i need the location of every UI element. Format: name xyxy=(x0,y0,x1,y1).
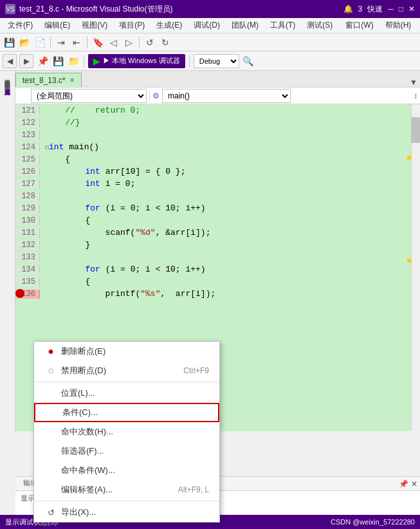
ctx-sep2 xyxy=(34,501,219,501)
scope-select[interactable]: (全局范围) xyxy=(31,89,147,103)
panel-close-btn[interactable]: ✕ xyxy=(411,479,417,488)
save2-btn[interactable]: 💾 xyxy=(51,55,64,68)
marker-track xyxy=(407,104,411,431)
title-bar-right: 🔔 3 快速 ─ □ ✕ xyxy=(343,4,415,15)
run-button[interactable]: ▶ ▶ 本地 Windows 调试器 xyxy=(88,54,185,68)
window-title: test_21_8.c - Microsoft Visual Studio(管理… xyxy=(19,4,173,15)
ctx-filter[interactable]: 筛选器(F)... xyxy=(34,441,219,461)
toolbar-undo-btn[interactable]: ↺ xyxy=(143,36,156,49)
ctx-disable-bp-shortcut: Ctrl+F9 xyxy=(183,366,209,375)
pin-btn[interactable]: 📌 xyxy=(36,55,49,68)
nav-back-btn[interactable]: ◀ xyxy=(3,54,17,68)
file-btn[interactable]: 📁 xyxy=(67,55,80,68)
close-btn[interactable]: ✕ xyxy=(408,5,415,14)
toolbar-nav-prev-btn[interactable]: ◁ xyxy=(107,36,120,49)
func-icon: ⚙ xyxy=(152,91,160,100)
vs-icon: VS xyxy=(5,4,15,14)
menu-file[interactable]: 文件(F) xyxy=(3,19,38,32)
toolbar-indent-btn[interactable]: ⇥ xyxy=(55,36,68,49)
notification-icon[interactable]: 🔔 xyxy=(343,5,353,14)
menu-project[interactable]: 项目(P) xyxy=(114,19,150,32)
tab-close-btn[interactable]: ✕ xyxy=(69,77,75,84)
yellow-marker-1 xyxy=(407,156,411,160)
minimize-btn[interactable]: ─ xyxy=(388,5,394,14)
active-tab[interactable]: test_8_13.c* ✕ xyxy=(15,73,82,87)
code-line-130: 130 { xyxy=(15,214,420,227)
toolbar-redo-btn[interactable]: ↻ xyxy=(159,36,172,49)
status-right: CSDN @weixin_57222280 xyxy=(331,518,415,526)
quick-btn[interactable]: 快速 xyxy=(367,4,383,15)
line-content-131: scanf("%d", &arr[i]); xyxy=(40,228,420,237)
toolbar-nav-next-btn[interactable]: ▷ xyxy=(122,36,135,49)
line-num-133: 133 xyxy=(15,253,40,262)
ctx-hit-condition-left: 命中条件(W)... xyxy=(44,464,115,477)
toolbar1: 💾 📂 📄 ⇥ ⇤ 🔖 ◁ ▷ ↺ ↻ xyxy=(0,33,420,51)
menu-test[interactable]: 测试(S) xyxy=(302,19,338,32)
line-num-124: 124 xyxy=(15,143,40,152)
menu-tools[interactable]: 工具(T) xyxy=(265,19,300,32)
condition-icon xyxy=(46,406,59,419)
line-content-129: for (i = 0; i < 10; i++) xyxy=(40,203,420,213)
restore-btn[interactable]: □ xyxy=(399,5,403,14)
nav-fwd-btn[interactable]: ▶ xyxy=(19,54,33,68)
code-line-124: 124 ⊟int main() xyxy=(15,141,420,153)
code-line-122: 122 //} xyxy=(15,116,420,129)
line-content-126: int arr[10] = { 0 }; xyxy=(40,167,420,176)
ctx-condition-left: 条件(C)... xyxy=(46,406,98,419)
line-content-132: } xyxy=(40,240,420,250)
toolbar-open-btn[interactable]: 📂 xyxy=(18,36,31,49)
menu-view[interactable]: 视图(V) xyxy=(77,19,113,32)
tab-bar: test_8_13.c* ✕ ▼ xyxy=(15,71,420,88)
ctx-edit-label-shortcut: Alt+F9, L xyxy=(178,485,209,494)
ctx-delete-breakpoint[interactable]: ● 删除断点(E) xyxy=(34,342,219,361)
ctx-filter-label: 筛选器(F)... xyxy=(61,445,104,457)
left-sidebar: 解决方案 团队资源管理器 类视图 属性 工具箱 xyxy=(0,71,15,431)
ctx-export-left: ↺ 导出(X)... xyxy=(44,506,96,519)
line-content-125: { xyxy=(40,154,420,164)
line-num-122: 122 xyxy=(15,118,40,127)
toolbar-bookmark-btn[interactable]: 🔖 xyxy=(91,36,104,49)
code-line-131: 131 scanf("%d", &arr[i]); xyxy=(15,227,420,239)
debug-mode-select[interactable]: Debug Release xyxy=(194,54,239,68)
sidebar-tools[interactable]: 工具箱 xyxy=(2,84,13,86)
menu-help[interactable]: 帮助(H) xyxy=(380,19,417,32)
ctx-hit-condition[interactable]: 命中条件(W)... xyxy=(34,461,219,480)
toolbar-save-btn[interactable]: 💾 xyxy=(3,36,15,49)
ctx-condition-label: 条件(C)... xyxy=(62,407,98,418)
toolbar-new-btn[interactable]: 📄 xyxy=(33,36,46,49)
tab-options-btn[interactable]: ▼ xyxy=(410,78,420,87)
scrollbar-thumb[interactable] xyxy=(411,117,420,143)
editor-scrollbar[interactable] xyxy=(411,104,420,431)
toolbar-sep1 xyxy=(50,37,51,48)
ctx-location[interactable]: 位置(L)... xyxy=(34,384,219,403)
ctx-disable-bp-left: ○ 禁用断点(D) xyxy=(44,364,106,377)
ctx-edit-label[interactable]: 编辑标签(A)... Alt+F9, L xyxy=(34,480,219,499)
menu-window[interactable]: 窗口(W) xyxy=(340,19,378,32)
ctx-edit-label-label: 编辑标签(A)... xyxy=(61,484,113,496)
menu-build[interactable]: 生成(E) xyxy=(151,19,187,32)
ctx-export-label: 导出(X)... xyxy=(61,506,96,518)
search-btn[interactable]: 🔍 xyxy=(242,55,255,68)
menu-team[interactable]: 团队(M) xyxy=(226,19,264,32)
toolbar-outdent-btn[interactable]: ⇤ xyxy=(70,36,83,49)
panel-pin-btn[interactable]: 📌 xyxy=(399,479,408,488)
code-line-136: 136 printf("%s", arr[i]); xyxy=(15,288,420,300)
ctx-export[interactable]: ↺ 导出(X)... xyxy=(34,503,219,522)
toolbar-sep2 xyxy=(87,37,87,48)
ctx-delete-bp-left: ● 删除断点(E) xyxy=(44,345,105,358)
scope-right-arrow[interactable]: ↕ xyxy=(414,91,417,100)
line-content-135: { xyxy=(40,277,420,286)
code-line-129: 129 for (i = 0; i < 10; i++) xyxy=(15,202,420,214)
ctx-hit-count[interactable]: 命中次数(H)... xyxy=(34,422,219,441)
breakpoint-indicator[interactable] xyxy=(15,289,24,298)
tab-filename: test_8_13.c* xyxy=(23,76,66,85)
menu-debug[interactable]: 调试(D) xyxy=(188,19,225,32)
ctx-disable-breakpoint[interactable]: ○ 禁用断点(D) Ctrl+F9 xyxy=(34,361,219,380)
line-content-121: // return 0; xyxy=(40,106,420,115)
ctx-condition[interactable]: 条件(C)... xyxy=(34,403,219,422)
line-content-127: int i = 0; xyxy=(40,179,420,189)
func-select[interactable]: main() xyxy=(162,89,291,103)
code-line-127: 127 int i = 0; xyxy=(15,178,420,190)
ctx-edit-label-left: 编辑标签(A)... xyxy=(44,483,113,496)
menu-edit[interactable]: 编辑(E) xyxy=(39,19,75,32)
